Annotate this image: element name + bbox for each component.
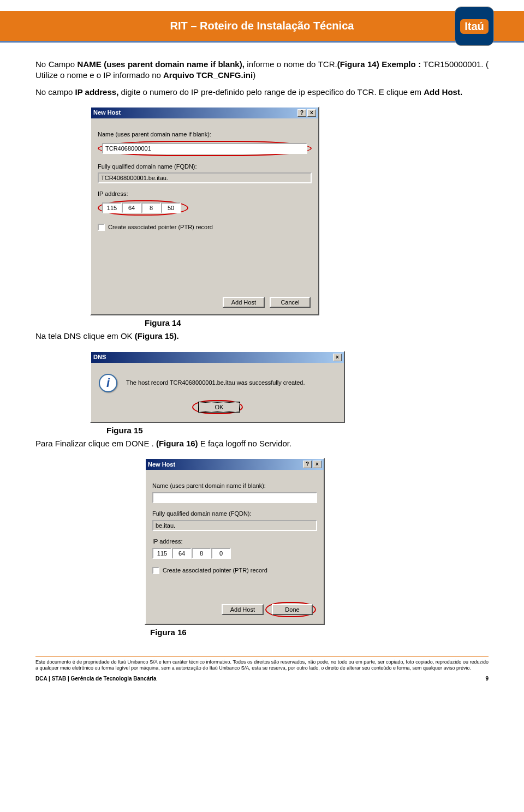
fqdn-input — [98, 172, 312, 183]
ip-octet-2[interactable] — [172, 548, 192, 559]
add-host-button[interactable]: Add Host — [223, 297, 265, 308]
ip-octet-1[interactable] — [152, 548, 172, 559]
ok-button[interactable]: OK — [199, 402, 240, 412]
ptr-checkbox[interactable] — [98, 224, 105, 231]
logo-box: Itaú — [455, 7, 494, 46]
message-row: i The host record TCR4068000001.be.itau … — [99, 374, 336, 392]
ptr-checkbox-row: Create associated pointer (PTR) record — [98, 223, 312, 231]
titlebar-buttons: ? × — [303, 461, 321, 468]
dialog-dns-msg: DNS × i The host record TCR4068000001.be… — [90, 351, 345, 423]
ptr-label: Create associated pointer (PTR) record — [163, 566, 267, 575]
titlebar-text: DNS — [93, 353, 106, 361]
fqdn-input — [152, 520, 317, 531]
name-input[interactable] — [102, 143, 307, 154]
header-underline — [0, 41, 524, 43]
paragraph-2: No campo IP address, digite o numero do … — [35, 87, 489, 98]
fqdn-label: Fully qualified domain name (FQDN): — [98, 163, 312, 171]
dialog-body: Name (uses parent domain name if blank):… — [146, 470, 324, 623]
paragraph-4: Para Finalizar clique em DONE . (Figura … — [35, 438, 489, 449]
help-button[interactable]: ? — [297, 109, 306, 117]
p1-b2: (Figura 14) Exemplo : — [337, 59, 421, 69]
footer-separator — [35, 656, 489, 657]
close-button[interactable]: × — [333, 354, 342, 361]
header-title: RIT – Roteiro de Instalação Técnica — [170, 20, 354, 32]
message-body: i The host record TCR4068000001.be.itau … — [91, 363, 344, 422]
paragraph-3: Na tela DNS clique em OK (Figura 15). — [35, 331, 489, 342]
ip-octet-1[interactable] — [102, 202, 122, 213]
ip-octet-2[interactable] — [122, 202, 141, 213]
p1-b1: NAME (uses parent domain name if blank), — [78, 59, 247, 69]
figure-16-label: Figura 16 — [150, 627, 489, 638]
info-icon: i — [99, 374, 117, 392]
p4-b1: (Figura 16) — [156, 439, 200, 448]
page-number: 9 — [485, 676, 489, 682]
p4-t2: E faça logoff no Servidor. — [200, 439, 291, 448]
ip-label: IP address: — [152, 538, 317, 546]
p3-t1: Na tela DNS clique em OK — [35, 331, 135, 341]
ip-input-row — [102, 202, 184, 213]
done-button[interactable]: Done — [272, 604, 313, 615]
ptr-checkbox[interactable] — [152, 567, 159, 574]
dialog-new-host-1: New Host ? × Name (uses parent domain na… — [90, 106, 319, 315]
ip-label: IP address: — [98, 190, 312, 198]
titlebar-text: New Host — [148, 461, 175, 469]
fqdn-label: Fully qualified domain name (FQDN): — [152, 510, 317, 518]
titlebar: New Host ? × — [146, 459, 324, 470]
p2-b1: IP address, — [73, 87, 121, 97]
p1-t1: No Campo — [35, 59, 78, 69]
page-content: No Campo NAME (uses parent domain name i… — [0, 59, 524, 651]
p2-t2: digite o numero do IP pre-definido pelo … — [121, 87, 424, 97]
ip-octet-3[interactable] — [141, 202, 161, 213]
figure-15-label: Figura 15 — [106, 425, 489, 436]
ip-octet-4[interactable] — [161, 202, 181, 213]
footer-disclaimer: Este documento é de propriedade do Itaú … — [0, 659, 524, 672]
p1-b3: Arquivo TCR_CNFG.ini — [163, 70, 253, 80]
cancel-button[interactable]: Cancel — [270, 297, 311, 308]
ptr-checkbox-row: Create associated pointer (PTR) record — [152, 566, 317, 575]
dialog-body: Name (uses parent domain name if blank):… — [91, 118, 318, 314]
message-text: The host record TCR4068000001.be.itau wa… — [126, 379, 305, 387]
footer-bottom: DCA | STAB | Gerência de Tecnologia Banc… — [0, 671, 524, 692]
name-input[interactable] — [152, 492, 317, 503]
dialog-new-host-2: New Host ? × Name (uses parent domain na… — [145, 458, 325, 624]
ok-button-wrap: OK — [99, 400, 336, 414]
header-band: RIT – Roteiro de Instalação Técnica Itaú — [0, 11, 524, 41]
figure-14-label: Figura 14 — [145, 318, 489, 329]
ip-octet-3[interactable] — [192, 548, 211, 559]
titlebar-buttons: × — [333, 354, 342, 361]
paragraph-1: No Campo NAME (uses parent domain name i… — [35, 59, 489, 81]
ip-octet-4[interactable] — [211, 548, 231, 559]
titlebar-buttons: ? × — [297, 109, 316, 117]
help-button[interactable]: ? — [303, 461, 312, 468]
p3-b1: (Figura 15). — [135, 331, 179, 341]
name-label: Name (uses parent domain name if blank): — [98, 130, 312, 139]
logo-text: Itaú — [460, 19, 489, 34]
titlebar: DNS × — [91, 352, 344, 363]
p4-t1: Para Finalizar clique em DONE . — [35, 439, 156, 448]
p1-t2: informe o nome do TCR. — [247, 59, 337, 69]
footer-left: DCA | STAB | Gerência de Tecnologia Banc… — [35, 676, 157, 682]
name-label: Name (uses parent domain name if blank): — [152, 482, 317, 490]
button-row: Add Host Done — [152, 602, 317, 617]
close-button[interactable]: × — [313, 461, 321, 468]
ip-input-row — [152, 548, 234, 559]
button-row: Add Host Cancel — [98, 297, 312, 308]
p2-t1: No campo — [35, 87, 73, 97]
add-host-button[interactable]: Add Host — [222, 604, 264, 615]
p1-t4: ) — [253, 70, 255, 80]
close-button[interactable]: × — [307, 109, 316, 117]
titlebar: New Host ? × — [91, 108, 318, 118]
titlebar-text: New Host — [93, 109, 121, 117]
p2-b2: Add Host. — [424, 87, 462, 97]
ptr-label: Create associated pointer (PTR) record — [108, 223, 213, 231]
